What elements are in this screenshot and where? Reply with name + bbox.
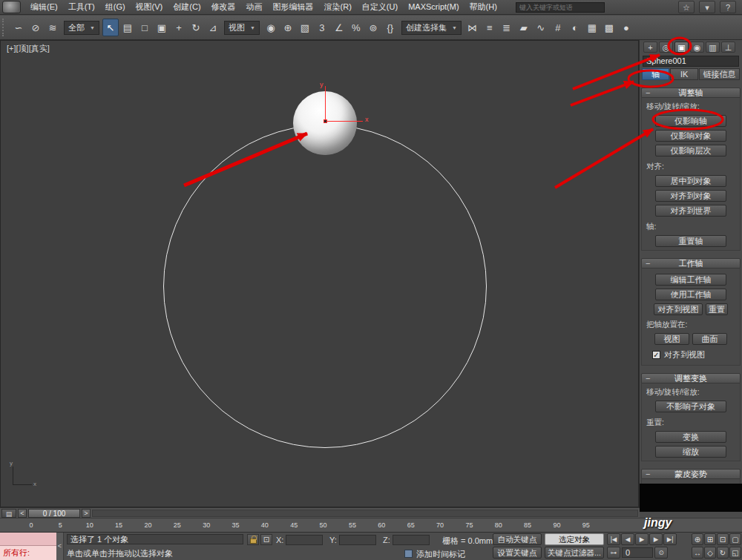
- previous-frame-arrow[interactable]: <: [18, 509, 27, 518]
- snaps-toggle-button[interactable]: 3: [314, 19, 330, 36]
- time-slider-handle[interactable]: 0 / 100: [28, 509, 80, 518]
- time-configuration-button[interactable]: ⊙: [654, 547, 668, 559]
- modify-tab-icon[interactable]: ◎: [659, 42, 673, 53]
- use-working-pivot-button[interactable]: 使用工作轴: [655, 289, 726, 300]
- add-time-tag-button[interactable]: 添加时间标记: [416, 549, 465, 560]
- reset-button[interactable]: 重置: [706, 303, 728, 315]
- key-filters-button[interactable]: 关键点过滤器...: [545, 547, 604, 559]
- tab-pivot[interactable]: 轴: [642, 68, 669, 80]
- select-and-link-icon[interactable]: ∽: [10, 19, 27, 36]
- selection-lock-toggle[interactable]: [247, 534, 259, 545]
- maximize-viewport-icon[interactable]: ◱: [729, 547, 741, 559]
- affect-hierarchy-only-button[interactable]: 仅影响层次: [655, 145, 726, 157]
- display-tab-icon[interactable]: ▥: [706, 42, 720, 53]
- utilities-tab-icon[interactable]: ⊥: [721, 42, 735, 53]
- window-crossing-toggle[interactable]: ▣: [154, 19, 170, 36]
- listener-splitter[interactable]: <: [56, 533, 64, 560]
- create-tab-icon[interactable]: +: [643, 42, 657, 53]
- viewport-top[interactable]: [+][顶][真实] y x x y: [0, 40, 639, 507]
- align-button[interactable]: ≡: [482, 19, 498, 36]
- viewport-label[interactable]: [+][顶][真实]: [7, 43, 50, 54]
- affect-object-only-button[interactable]: 仅影响对象: [655, 130, 726, 142]
- place-pivot-view-button[interactable]: 视图: [654, 333, 689, 345]
- field-of-view-icon[interactable]: ◇: [704, 547, 716, 559]
- use-pivot-center-button[interactable]: ◉: [263, 19, 279, 36]
- hierarchy-tab-icon[interactable]: ▣: [674, 42, 689, 53]
- select-object-button[interactable]: ↖: [102, 19, 119, 36]
- menu-item-3[interactable]: 视图(V): [131, 0, 168, 14]
- set-key-button[interactable]: 设置关键点: [493, 547, 542, 559]
- center-to-object-button[interactable]: 居中到对象: [655, 175, 726, 187]
- menu-item-0[interactable]: 编辑(E): [25, 0, 63, 14]
- align-to-view-checkbox[interactable]: ✓ 对齐到视图: [652, 349, 734, 360]
- circle-spline-object[interactable]: [163, 125, 487, 448]
- help-icon[interactable]: ?: [720, 1, 736, 13]
- menu-item-10[interactable]: MAXScript(M): [403, 0, 464, 14]
- rollout-header-adjust-transform[interactable]: − 调整变换: [641, 373, 741, 383]
- menu-item-1[interactable]: 工具(T): [63, 0, 100, 14]
- spinner-snap-toggle[interactable]: ⊚: [365, 19, 381, 36]
- motion-tab-icon[interactable]: ◉: [690, 42, 704, 53]
- maxscript-macro-recorder-cell[interactable]: [0, 533, 56, 546]
- pan-icon[interactable]: ↔: [692, 547, 703, 559]
- object-name-field[interactable]: Sphere001: [643, 56, 739, 67]
- auto-key-button[interactable]: 自动关键点: [493, 533, 542, 545]
- tab-ik[interactable]: IK: [670, 68, 697, 80]
- curve-editor-button[interactable]: ∿: [533, 19, 549, 36]
- rollout-header-skin-pose[interactable]: − 蒙皮姿势: [641, 469, 741, 479]
- previous-frame-button[interactable]: ◀: [621, 533, 634, 545]
- selection-filter-dropdown[interactable]: 全部▼: [64, 21, 99, 35]
- menu-item-11[interactable]: 帮助(H): [464, 0, 502, 14]
- menu-item-2[interactable]: 组(G): [100, 0, 131, 14]
- menu-item-5[interactable]: 修改器: [206, 0, 241, 14]
- reference-coordinate-dropdown[interactable]: 视图▼: [224, 21, 260, 35]
- render-setup-button[interactable]: ▦: [584, 19, 600, 36]
- align-to-object-button[interactable]: 对齐到对象: [655, 190, 726, 202]
- track-bar[interactable]: 05101520253035404550556065707580859095: [0, 518, 742, 533]
- mirror-button[interactable]: ⋈: [464, 19, 481, 36]
- named-selection-sets-dropdown[interactable]: 创建选择集▼: [401, 21, 462, 35]
- infocenter-star-icon[interactable]: ☆: [678, 1, 695, 13]
- place-pivot-surface-button[interactable]: 曲面: [692, 333, 727, 345]
- go-to-end-button[interactable]: ▶|: [663, 533, 677, 545]
- percent-snap-toggle[interactable]: %: [348, 19, 364, 36]
- rollout-header-working-pivot[interactable]: − 工作轴: [641, 258, 741, 269]
- current-frame-field[interactable]: 0: [622, 547, 653, 558]
- reset-pivot-button[interactable]: 重置轴: [655, 235, 726, 247]
- edit-named-selection-sets-button[interactable]: {}: [382, 19, 398, 36]
- schematic-view-button[interactable]: #: [550, 19, 566, 36]
- rollout-header-adjust-pivot[interactable]: − 调整轴: [641, 88, 741, 98]
- x-coordinate-input[interactable]: [286, 535, 323, 545]
- select-and-move-button[interactable]: +: [171, 19, 187, 36]
- time-slider-track[interactable]: [92, 510, 638, 517]
- keyboard-override-toggle[interactable]: ▧: [297, 19, 313, 36]
- z-coordinate-input[interactable]: [393, 535, 430, 545]
- go-to-start-button[interactable]: |◀: [607, 533, 620, 545]
- layer-manager-button[interactable]: ≣: [499, 19, 515, 36]
- select-and-scale-button[interactable]: ⊿: [205, 19, 221, 36]
- align-to-world-button[interactable]: 对齐到世界: [655, 205, 726, 217]
- unlink-selection-icon[interactable]: ⊘: [27, 19, 44, 36]
- menu-item-6[interactable]: 动画: [241, 0, 268, 14]
- key-mode-toggle[interactable]: ⊶: [607, 547, 620, 559]
- rendered-frame-window-button[interactable]: ▩: [601, 19, 617, 36]
- orbit-icon[interactable]: ↻: [717, 547, 729, 559]
- angle-snap-toggle[interactable]: ∠: [331, 19, 347, 36]
- align-to-view-button[interactable]: 对齐到视图: [654, 303, 703, 315]
- zoom-extents-icon[interactable]: ⊡: [717, 533, 729, 545]
- next-frame-button[interactable]: ▶: [649, 533, 663, 545]
- material-editor-button[interactable]: ◐: [567, 19, 583, 36]
- zoom-icon[interactable]: ⊕: [692, 533, 703, 545]
- select-and-manipulate-button[interactable]: ⊕: [280, 19, 296, 36]
- open-mini-curve-editor-button[interactable]: ▤: [1, 509, 16, 518]
- zoom-region-icon[interactable]: ▢: [729, 533, 741, 545]
- dont-affect-children-button[interactable]: 不影响子对象: [655, 401, 726, 412]
- tab-link-info[interactable]: 链接信息: [699, 68, 740, 80]
- bind-to-space-warp-icon[interactable]: ≋: [45, 19, 61, 36]
- select-by-name-button[interactable]: ▤: [119, 19, 136, 36]
- play-button[interactable]: ▶: [635, 533, 649, 545]
- communication-center-icon[interactable]: ▾: [699, 1, 715, 13]
- ribbon-toggle-button[interactable]: ▰: [516, 19, 532, 36]
- absolute-mode-toggle[interactable]: ⊡: [260, 534, 272, 545]
- reset-scale-button[interactable]: 缩放: [655, 446, 726, 458]
